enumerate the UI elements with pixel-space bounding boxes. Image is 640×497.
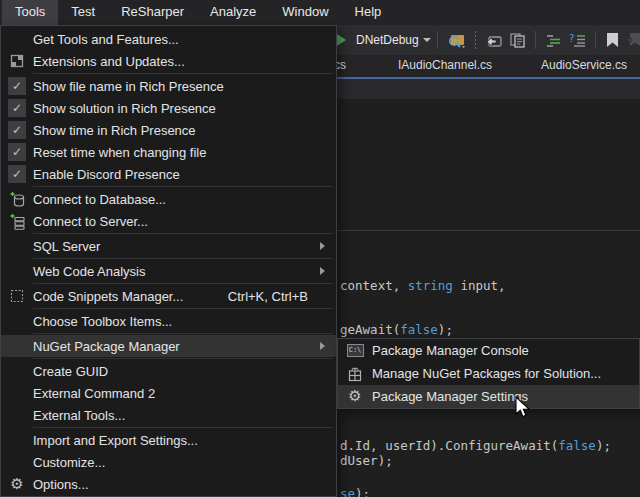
menu-item-connect-to-server[interactable]: Connect to Server... bbox=[1, 210, 336, 232]
menu-item-connect-to-database[interactable]: Connect to Database... bbox=[1, 188, 336, 210]
submenu-item-manage-nuget-packages-for-solution[interactable]: Manage NuGet Packages for Solution... bbox=[338, 362, 639, 385]
toggle-bookmark-button[interactable] bbox=[602, 28, 623, 52]
menu-item-external-tools[interactable]: External Tools... bbox=[1, 404, 336, 426]
code-line: context, string input, bbox=[340, 278, 506, 293]
run-config-dropdown-icon[interactable] bbox=[423, 38, 431, 42]
menu-separator bbox=[33, 258, 333, 259]
menubar-item-help[interactable]: Help bbox=[342, 0, 395, 25]
gear-icon: ⚙ bbox=[10, 477, 23, 492]
document-tab-iaudiochannel[interactable]: IAudioChannel.cs bbox=[398, 58, 492, 72]
checkmark-icon: ✓ bbox=[8, 77, 26, 95]
copy-document-button[interactable] bbox=[506, 28, 529, 52]
copy-document-icon bbox=[509, 32, 526, 48]
extensions-icon bbox=[9, 53, 25, 69]
menu-separator bbox=[33, 308, 333, 309]
toolbar-separator bbox=[595, 31, 596, 49]
console-icon: C:\ bbox=[347, 344, 364, 357]
svg-text:?: ? bbox=[569, 33, 574, 44]
menu-item-show-time-rich-presence[interactable]: ✓ Show time in Rich Presence bbox=[1, 119, 336, 141]
server-add-icon bbox=[9, 213, 26, 230]
comment-lines-icon bbox=[545, 33, 562, 47]
editor-divider-line bbox=[337, 230, 640, 231]
menu-separator bbox=[33, 186, 333, 187]
menu-item-show-file-name-rich-presence[interactable]: ✓ Show file name in Rich Presence bbox=[1, 75, 336, 97]
shortcut-label: Ctrl+K, Ctrl+B bbox=[228, 289, 308, 304]
toolbar-separator bbox=[475, 31, 476, 49]
submenu-arrow-icon bbox=[320, 242, 325, 250]
code-line: d.Id, userId).ConfigureAwait(false); bbox=[340, 438, 611, 453]
checkmark-icon: ✓ bbox=[8, 165, 26, 183]
toolbar-separator bbox=[535, 31, 536, 49]
menu-item-options[interactable]: ⚙ Options... bbox=[1, 473, 336, 495]
gear-icon: ⚙ bbox=[348, 389, 361, 404]
menu-bar: Tools Test ReSharper Analyze Window Help bbox=[0, 0, 640, 25]
menu-separator bbox=[33, 283, 333, 284]
uncomment-lines-icon: ? bbox=[568, 33, 586, 47]
code-line: geAwait(false); bbox=[340, 322, 453, 337]
code-line: se); bbox=[340, 486, 370, 497]
mouse-cursor bbox=[514, 396, 531, 419]
menubar-item-analyze[interactable]: Analyze bbox=[197, 0, 269, 25]
snippets-box-icon bbox=[9, 288, 25, 304]
run-config-label[interactable]: DNetDebug bbox=[356, 33, 419, 47]
navigate-backward-icon bbox=[485, 33, 503, 48]
document-tab-audioservice[interactable]: AudioService.cs bbox=[541, 58, 627, 72]
uncomment-lines-button[interactable]: ? bbox=[565, 28, 589, 52]
search-folder-icon bbox=[447, 32, 466, 49]
comment-lines-button[interactable] bbox=[542, 28, 565, 52]
menu-separator bbox=[33, 358, 333, 359]
database-add-icon bbox=[9, 191, 26, 208]
menu-item-code-snippets-manager[interactable]: Code Snippets Manager... Ctrl+K, Ctrl+B bbox=[1, 285, 336, 307]
menu-item-get-tools-and-features[interactable]: Get Tools and Features... bbox=[1, 28, 336, 50]
navigate-backward-button[interactable] bbox=[482, 28, 506, 52]
menu-item-reset-time-when-changing-file[interactable]: ✓ Reset time when changing file bbox=[1, 141, 336, 163]
nuget-submenu-popup: C:\ Package Manager Console Manage NuGet… bbox=[337, 338, 640, 409]
package-icon bbox=[347, 366, 363, 382]
menu-item-create-guid[interactable]: Create GUID bbox=[1, 360, 336, 382]
menu-separator bbox=[33, 73, 333, 74]
menu-item-sql-server[interactable]: SQL Server bbox=[1, 235, 336, 257]
menu-item-enable-discord-presence[interactable]: ✓ Enable Discord Presence bbox=[1, 163, 336, 185]
checkmark-icon: ✓ bbox=[8, 99, 26, 117]
menu-separator bbox=[33, 427, 333, 428]
menu-item-extensions-and-updates[interactable]: Extensions and Updates... bbox=[1, 50, 336, 72]
tools-menu-popup: Get Tools and Features... Extensions and… bbox=[0, 25, 337, 497]
submenu-arrow-icon bbox=[320, 342, 325, 350]
bookmark-next-icon bbox=[626, 32, 640, 48]
checkmark-icon: ✓ bbox=[8, 143, 26, 161]
search-in-folder-button[interactable] bbox=[444, 28, 469, 52]
menu-item-choose-toolbox-items[interactable]: Choose Toolbox Items... bbox=[1, 310, 336, 332]
play-icon bbox=[337, 34, 346, 46]
menu-item-import-export-settings[interactable]: Import and Export Settings... bbox=[1, 429, 336, 451]
menubar-item-window[interactable]: Window bbox=[269, 0, 341, 25]
menu-separator bbox=[33, 233, 333, 234]
submenu-item-package-manager-settings[interactable]: ⚙ Package Manager Settings bbox=[338, 385, 639, 408]
bookmark-icon bbox=[605, 32, 620, 48]
menu-item-web-code-analysis[interactable]: Web Code Analysis bbox=[1, 260, 336, 282]
vs-window: Tools Test ReSharper Analyze Window Help… bbox=[0, 0, 640, 497]
menu-item-nuget-package-manager[interactable]: NuGet Package Manager bbox=[1, 335, 336, 357]
submenu-arrow-icon bbox=[320, 267, 325, 275]
toolbar-separator bbox=[437, 31, 438, 49]
code-line: dUser); bbox=[340, 453, 393, 468]
menu-item-external-command-2[interactable]: External Command 2 bbox=[1, 382, 336, 404]
menubar-item-resharper[interactable]: ReSharper bbox=[108, 0, 197, 25]
menubar-item-test[interactable]: Test bbox=[58, 0, 108, 25]
menu-separator bbox=[33, 333, 333, 334]
menubar-item-tools[interactable]: Tools bbox=[2, 0, 58, 25]
submenu-item-package-manager-console[interactable]: C:\ Package Manager Console bbox=[338, 339, 639, 362]
menu-item-customize[interactable]: Customize... bbox=[1, 451, 336, 473]
checkmark-icon: ✓ bbox=[8, 121, 26, 139]
menu-item-show-solution-rich-presence[interactable]: ✓ Show solution in Rich Presence bbox=[1, 97, 336, 119]
next-bookmark-button-disabled[interactable] bbox=[623, 28, 640, 52]
